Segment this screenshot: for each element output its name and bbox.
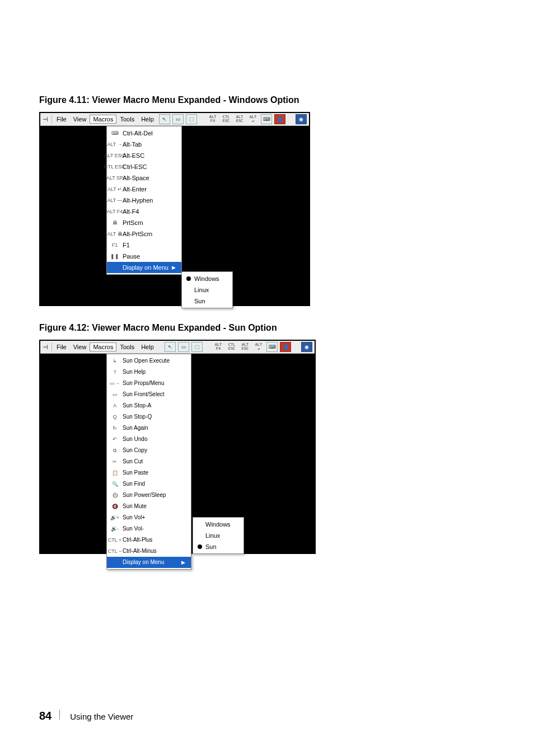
- macro-item[interactable]: ⌨Ctrl-Alt-Del: [107, 128, 181, 139]
- sun-vol-down-icon: 🔊-: [110, 524, 119, 533]
- alt-prtscrn-icon: ALT 🖶: [110, 229, 119, 238]
- ctrl-alt-del-icon: ⌨: [110, 129, 119, 138]
- menu-macros[interactable]: Macros: [90, 115, 116, 124]
- pin-icon[interactable]: ⊣: [40, 344, 50, 351]
- altesc-icon[interactable]: ALT ESC: [240, 342, 251, 352]
- toolbar-separator: [51, 342, 52, 351]
- menu-file[interactable]: File: [53, 342, 70, 351]
- record-icon[interactable]: ◉: [296, 114, 307, 124]
- chevron-right-icon: ▶: [172, 263, 176, 272]
- page-footer: 84 Using the Viewer: [39, 710, 133, 722]
- display-on-menu-item[interactable]: Display on Menu ▶: [107, 262, 181, 273]
- prtscrn-icon: 🖶: [110, 218, 119, 227]
- macro-item[interactable]: CTL +Ctrl-Alt-Plus: [107, 534, 191, 546]
- radio-empty-icon: [186, 299, 191, 303]
- macro-item[interactable]: ALT 🖶Alt-PrtScrn: [107, 228, 181, 240]
- altenter-icon[interactable]: ALT ↵: [247, 114, 259, 124]
- radio-empty-icon: [198, 533, 202, 538]
- menu-macros[interactable]: Macros: [90, 342, 116, 351]
- window-icon[interactable]: ▭: [172, 114, 184, 124]
- macro-item[interactable]: 🔊+Sun Vol+: [107, 512, 191, 523]
- macro-item[interactable]: ALT F4Alt-F4: [107, 206, 181, 217]
- ctrl-alt-plus-icon: CTL +: [110, 536, 119, 544]
- sun-undo-icon: ↶: [110, 435, 119, 444]
- macro-item[interactable]: CTL −Ctrl-Alt-Minus: [107, 546, 191, 557]
- keyboard-icon[interactable]: ⌨: [266, 342, 278, 352]
- menu-help[interactable]: Help: [138, 342, 157, 351]
- alt-esc-icon: ALT ESC: [110, 151, 119, 160]
- alt-hyphen-icon: ALT —: [110, 196, 119, 205]
- macro-item[interactable]: ▭Sun Front/Select: [107, 389, 191, 400]
- submenu-linux[interactable]: Linux: [182, 284, 232, 295]
- macro-item[interactable]: ALT —Alt-Hyphen: [107, 195, 181, 206]
- macro-item[interactable]: ALT ESCAlt-ESC: [107, 150, 181, 161]
- footer-divider: [59, 710, 60, 720]
- select-icon[interactable]: ⬚: [186, 114, 197, 124]
- altf4-icon[interactable]: ALT F4: [213, 342, 224, 352]
- cursor-icon[interactable]: ↖: [165, 342, 176, 352]
- f1-icon: F1: [110, 241, 119, 250]
- submenu-sun[interactable]: Sun: [182, 295, 232, 307]
- record-icon[interactable]: ◉: [301, 342, 312, 352]
- sun-props-menu-icon: ▭→: [110, 379, 119, 388]
- viewer-body: ⌨Ctrl-Alt-Del ALT →Alt-Tab ALT ESCAlt-ES…: [40, 126, 309, 305]
- window-icon[interactable]: ▭: [178, 342, 189, 352]
- sun-copy-icon: ⧉: [110, 446, 119, 455]
- sun-cut-icon: ✂: [110, 457, 119, 466]
- macro-item[interactable]: 🔊-Sun Vol-: [107, 523, 191, 534]
- submenu-sun[interactable]: Sun: [193, 541, 243, 552]
- macro-item[interactable]: ASun Stop-A: [107, 400, 191, 411]
- macro-item[interactable]: 🔇Sun Mute: [107, 501, 191, 512]
- sun-front-select-icon: ▭: [110, 390, 119, 399]
- macro-item[interactable]: ⧉Sun Copy: [107, 445, 191, 456]
- macro-item[interactable]: ▭→Sun Props/Menu: [107, 378, 191, 389]
- macro-item[interactable]: ALT ↵Alt-Enter: [107, 184, 181, 195]
- macro-item[interactable]: CTL ESCCtrl-ESC: [107, 161, 181, 172]
- macro-item[interactable]: ↶Sun Undo: [107, 434, 191, 445]
- altesc-icon[interactable]: ALT ESC: [234, 114, 245, 124]
- submenu-windows[interactable]: Windows: [182, 273, 232, 284]
- macro-item[interactable]: ✂Sun Cut: [107, 456, 191, 467]
- screenshot-sun-option: ⊣ File View Macros Tools Help ↖ ▭ ⬚ ALT …: [39, 340, 316, 554]
- menu-help[interactable]: Help: [138, 115, 157, 124]
- altf4-icon[interactable]: ALT F4: [207, 114, 218, 124]
- menu-tools[interactable]: Tools: [116, 115, 138, 124]
- sun-mute-icon: 🔇: [110, 502, 119, 511]
- viewer-toolbar: ⊣ File View Macros Tools Help ↖ ▭ ⬚ ALT …: [40, 341, 315, 354]
- macro-item[interactable]: QSun Stop-Q: [107, 411, 191, 422]
- macro-item[interactable]: ↻Sun Again: [107, 422, 191, 434]
- cursor-icon[interactable]: ↖: [159, 114, 170, 124]
- sun-stop-q-icon: Q: [110, 412, 119, 421]
- user-icon[interactable]: 👤: [274, 114, 285, 124]
- macro-item[interactable]: 🖶PrtScrn: [107, 217, 181, 228]
- display-on-menu-submenu: Windows Linux Sun: [181, 271, 233, 308]
- ctlesc-icon[interactable]: CTL ESC: [226, 342, 237, 352]
- page-number: 84: [39, 710, 51, 722]
- macro-item[interactable]: ❚❚Pause: [107, 251, 181, 262]
- pin-icon[interactable]: ⊣: [40, 116, 50, 123]
- submenu-linux[interactable]: Linux: [193, 530, 243, 541]
- macros-dropdown: ↳Sun Open Execute ?Sun Help ▭→Sun Props/…: [106, 354, 191, 570]
- menu-file[interactable]: File: [53, 115, 70, 124]
- macro-item[interactable]: ?Sun Help: [107, 367, 191, 378]
- ctlesc-icon[interactable]: CTL ESC: [221, 114, 232, 124]
- display-on-menu-item[interactable]: Display on Menu ▶: [107, 557, 191, 568]
- macro-item[interactable]: ALT →Alt-Tab: [107, 139, 181, 150]
- select-icon[interactable]: ⬚: [191, 342, 203, 352]
- sun-again-icon: ↻: [110, 424, 119, 433]
- macro-item[interactable]: ↳Sun Open Execute: [107, 355, 191, 367]
- sun-open-execute-icon: ↳: [110, 356, 119, 365]
- altenter-icon[interactable]: ALT ↵: [253, 342, 264, 352]
- keyboard-icon[interactable]: ⌨: [261, 114, 272, 124]
- menu-tools[interactable]: Tools: [116, 342, 138, 351]
- menu-view[interactable]: View: [70, 342, 90, 351]
- viewer-toolbar: ⊣ File View Macros Tools Help ↖ ▭ ⬚ ALT …: [40, 113, 309, 126]
- submenu-windows[interactable]: Windows: [193, 519, 243, 530]
- menu-view[interactable]: View: [70, 115, 90, 124]
- macro-item[interactable]: ⏻Sun Power/Sleep: [107, 490, 191, 501]
- macro-item[interactable]: F1F1: [107, 240, 181, 251]
- user-icon[interactable]: 👤: [280, 342, 291, 352]
- macro-item[interactable]: 📋Sun Paste: [107, 467, 191, 478]
- macro-item[interactable]: 🔍Sun Find: [107, 478, 191, 490]
- macro-item[interactable]: ALT SPAlt-Space: [107, 172, 181, 184]
